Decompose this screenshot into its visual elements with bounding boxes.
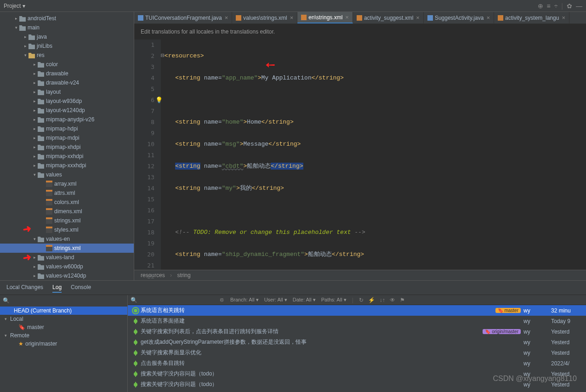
folder-values-w1240dp[interactable]: values-w1240dp xyxy=(0,271,134,280)
code-area[interactable]: ➘ 12345💡678910111213141516171819202122 ⊟… xyxy=(134,40,586,270)
tab-console[interactable]: Console xyxy=(71,283,91,293)
folder-values-w600dp[interactable]: values-w600dp xyxy=(0,262,134,271)
folder-values-land[interactable]: values-land xyxy=(0,253,134,262)
branch-local-group[interactable]: ▾Local xyxy=(0,315,127,323)
folder-jnilibs[interactable]: jniLibs xyxy=(0,41,134,51)
folder-drawable-v24[interactable]: drawable-v24 xyxy=(0,78,134,87)
commit-author: wy xyxy=(523,329,551,335)
flag-icon[interactable]: ⚑ xyxy=(400,297,405,303)
refresh-icon[interactable]: ↻ xyxy=(359,297,364,303)
commit-date: Yesterd xyxy=(551,350,583,356)
branch-search-input[interactable] xyxy=(11,297,125,304)
breadcrumb-string[interactable]: string xyxy=(177,272,190,278)
close-icon[interactable]: × xyxy=(345,14,349,21)
folder-mipmap-xhdpi[interactable]: mipmap-xhdpi xyxy=(0,142,134,152)
filter-paths[interactable]: Paths: All ▾ xyxy=(321,297,347,303)
branch-head[interactable]: HEAD (Current Branch) xyxy=(0,307,127,315)
tab-label: TUIConversationFragment.java xyxy=(145,15,222,21)
commit-row[interactable]: 系统语言相关跳转🔖 masterwy32 minu xyxy=(128,305,586,316)
close-icon[interactable]: × xyxy=(290,14,294,21)
folder-mipmap-mdpi[interactable]: mipmap-mdpi xyxy=(0,133,134,142)
folder-drawable[interactable]: drawable xyxy=(0,69,134,78)
vcs-tabs: Local Changes Log Console xyxy=(0,281,586,295)
cherry-pick-icon[interactable]: ⚡ xyxy=(368,297,375,303)
line-number: 22 xyxy=(134,271,154,282)
close-icon[interactable]: × xyxy=(562,14,565,21)
eye-icon[interactable]: 👁 xyxy=(390,297,395,303)
filter-settings-icon[interactable]: ⛭ xyxy=(219,297,225,303)
file-colors-xml[interactable]: colors.xml xyxy=(0,198,134,207)
filter-user[interactable]: User: All ▾ xyxy=(264,297,287,303)
bulb-icon[interactable]: 💡 xyxy=(155,95,163,106)
folder-java[interactable]: java xyxy=(0,32,134,41)
target-icon[interactable]: ⊕ xyxy=(538,2,543,10)
folder-layout-w1240dp[interactable]: layout-w1240dp xyxy=(0,106,134,115)
folder-main[interactable]: main xyxy=(0,23,134,32)
folder-color[interactable]: color xyxy=(0,60,134,69)
commit-date: Yesterd xyxy=(551,371,583,377)
file-strings-xml[interactable]: strings.xml xyxy=(0,216,134,225)
remote-badge: 🔖 origin/master xyxy=(483,329,521,334)
project-dropdown[interactable]: Project ▾ xyxy=(0,1,29,11)
commit-row[interactable]: 搜索关键字没内容问题（todo）wyYesterd xyxy=(128,379,586,390)
commit-dot xyxy=(134,351,137,355)
editor-tab[interactable]: activity_system_langu× xyxy=(494,12,569,23)
file-icon xyxy=(357,15,362,21)
close-icon[interactable]: × xyxy=(416,14,420,21)
folder-layout-w936dp[interactable]: layout-w936dp xyxy=(0,97,134,106)
divide-icon[interactable]: ÷ xyxy=(554,2,558,10)
folder-mipmap-hdpi[interactable]: mipmap-hdpi xyxy=(0,124,134,133)
tab-label: en\strings.xml xyxy=(308,14,342,21)
folder-values[interactable]: values xyxy=(0,170,134,179)
file-icon xyxy=(427,15,433,21)
branch-remote-group[interactable]: ▾Remote xyxy=(0,331,127,340)
vcs-branch-search[interactable]: 🔍 xyxy=(0,295,127,306)
commit-date: 2022/4/ xyxy=(551,360,583,367)
folder-mipmap-anydpi-v26[interactable]: mipmap-anydpi-v26 xyxy=(0,115,134,124)
editor-tab[interactable]: SuggestActivity.java× xyxy=(424,12,494,23)
commit-row[interactable]: get改成addQueryStringParameter拼接参数，数据还是没返回… xyxy=(128,337,586,347)
file-styles-xml[interactable]: styles.xml xyxy=(0,225,134,234)
folder-layout[interactable]: layout xyxy=(0,87,134,97)
expand-icon[interactable]: ≡ xyxy=(547,2,551,10)
filter-branch[interactable]: Branch: All ▾ xyxy=(230,297,259,303)
branch-master[interactable]: 🔖master xyxy=(0,323,127,331)
commit-search-input[interactable] xyxy=(145,296,214,303)
folder-androidtest[interactable]: androidTest xyxy=(0,14,134,23)
commit-row[interactable]: 搜索关键字没内容问题（todo）wyYesterd xyxy=(128,369,586,379)
editor-area: TUIConversationFragment.java×values\stri… xyxy=(134,12,586,280)
folder-values-en[interactable]: values-en xyxy=(0,234,134,244)
filter-date[interactable]: Date: All ▾ xyxy=(293,297,316,303)
editor-tab[interactable]: values\strings.xml× xyxy=(232,12,297,23)
folder-mipmap-xxhdpi[interactable]: mipmap-xxhdpi xyxy=(0,152,134,161)
line-number: 21 xyxy=(134,260,154,271)
branch-origin-master[interactable]: ★origin/master xyxy=(0,340,127,348)
collapse-icon[interactable]: — xyxy=(576,2,582,10)
commit-message: 关键字搜索到列表后，点击列表条目进行跳转到服务详情 xyxy=(141,328,483,335)
commit-author: wy xyxy=(523,307,551,314)
tab-log[interactable]: Log xyxy=(52,283,62,293)
line-number: 13 xyxy=(134,172,154,183)
file-strings-xml-en[interactable]: strings.xml xyxy=(0,244,134,253)
breadcrumb[interactable]: resources › string xyxy=(134,270,586,280)
code[interactable]: ⊟<resources> <string name="app_name">My … xyxy=(161,40,586,270)
file-array-xml[interactable]: array.xml xyxy=(0,179,134,188)
sort-icon[interactable]: ↓↑ xyxy=(380,297,385,303)
editor-tab[interactable]: activity_suggest.xml× xyxy=(353,12,424,23)
editor-tab[interactable]: TUIConversationFragment.java× xyxy=(134,12,232,23)
file-attrs-xml[interactable]: attrs.xml xyxy=(0,188,134,198)
folder-mipmap-xxxhdpi[interactable]: mipmap-xxxhdpi xyxy=(0,161,134,170)
editor-tab[interactable]: en\strings.xml× xyxy=(297,12,353,23)
gear-icon[interactable]: ✿ xyxy=(567,2,572,10)
commit-row[interactable]: 系统语言界面搭建wyToday 9 xyxy=(128,316,586,326)
close-icon[interactable]: × xyxy=(486,14,490,21)
commit-row[interactable]: 关键字搜索界面显示优化wyYesterd xyxy=(128,347,586,358)
info-bar: Edit translations for all locales in the… xyxy=(134,24,586,40)
commit-row[interactable]: 点击服务条目跳转wy2022/4/ xyxy=(128,358,586,369)
close-icon[interactable]: × xyxy=(225,14,228,21)
file-dimens-xml[interactable]: dimens.xml xyxy=(0,207,134,216)
folder-res[interactable]: res xyxy=(0,51,134,60)
tab-local-changes[interactable]: Local Changes xyxy=(6,283,43,293)
commit-row[interactable]: 关键字搜索到列表后，点击列表条目进行跳转到服务详情🔖 origin/master… xyxy=(128,326,586,337)
search-icon: 🔍 xyxy=(131,297,137,303)
